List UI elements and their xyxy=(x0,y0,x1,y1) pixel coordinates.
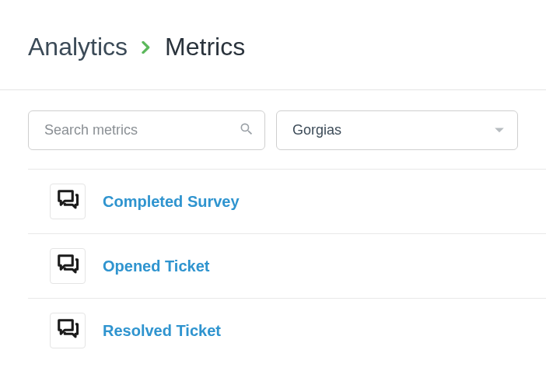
list-item[interactable]: Opened Ticket xyxy=(28,233,546,298)
metrics-list: Completed Survey Opened Ticket Resolved … xyxy=(0,169,546,362)
controls-row: Gorgias xyxy=(0,90,546,169)
breadcrumb: Analytics Metrics xyxy=(28,33,518,61)
dropdown-selected-value: Gorgias xyxy=(292,122,341,138)
chat-icon xyxy=(56,188,79,215)
page-header: Analytics Metrics xyxy=(0,0,546,89)
search-wrapper xyxy=(28,110,265,150)
search-input[interactable] xyxy=(28,110,265,150)
chat-icon xyxy=(56,253,79,279)
metric-icon-box xyxy=(50,248,86,284)
breadcrumb-root[interactable]: Analytics xyxy=(28,33,128,61)
breadcrumb-separator-icon xyxy=(142,41,151,54)
list-item[interactable]: Resolved Ticket xyxy=(28,298,546,362)
breadcrumb-current: Metrics xyxy=(165,33,245,61)
metric-label: Resolved Ticket xyxy=(103,322,221,340)
metric-icon-box xyxy=(50,313,86,348)
list-item[interactable]: Completed Survey xyxy=(28,169,546,233)
metric-icon-box xyxy=(50,184,86,219)
chat-icon xyxy=(56,317,79,344)
chevron-down-icon xyxy=(494,124,505,138)
metric-label: Completed Survey xyxy=(103,193,240,211)
source-dropdown[interactable]: Gorgias xyxy=(276,110,518,150)
metric-label: Opened Ticket xyxy=(103,257,209,275)
